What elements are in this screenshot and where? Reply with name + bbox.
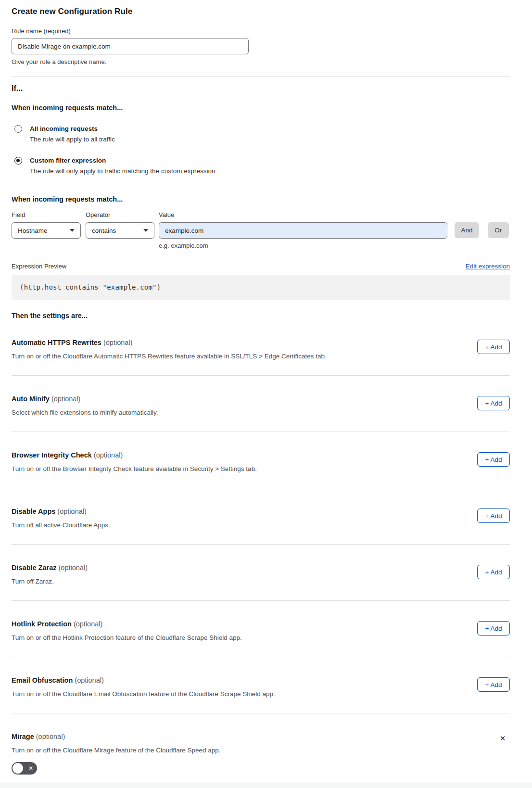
add-setting-button[interactable]: + Add: [477, 565, 510, 579]
value-label: Value: [159, 211, 447, 219]
field-label: Field: [12, 211, 81, 219]
expression-builder-heading: When incoming requests match...: [12, 195, 510, 203]
rule-name-input[interactable]: [12, 38, 249, 54]
or-button[interactable]: Or: [488, 222, 509, 238]
rule-name-helper: Give your rule a descriptive name.: [12, 58, 510, 65]
add-setting-button[interactable]: + Add: [477, 508, 510, 523]
divider: [12, 600, 510, 601]
divider: [12, 544, 510, 545]
radio-all-incoming-requests[interactable]: All incoming requests The rule will appl…: [12, 125, 510, 143]
radio-label: Custom filter expression: [30, 156, 215, 165]
field-select[interactable]: Hostname: [12, 222, 81, 239]
add-setting-button[interactable]: + Add: [477, 621, 510, 635]
setting-title: Browser Integrity Check (optional): [12, 450, 257, 460]
radio-unselected-icon[interactable]: [14, 125, 22, 133]
setting-description: Turn on or off the Cloudflare Mirage fea…: [12, 746, 221, 755]
setting-description: Turn on or off the Cloudflare Email Obfu…: [12, 690, 275, 699]
value-hint: e.g. example.com: [159, 242, 447, 249]
expression-preview-label: Expression Preview: [12, 263, 66, 270]
radio-custom-filter-expression[interactable]: Custom filter expression The rule will o…: [12, 156, 510, 175]
setting-title: Disable Apps (optional): [12, 507, 110, 516]
setting-description: Turn off Zaraz.: [12, 577, 88, 586]
setting-description: Turn off all active Cloudflare Apps.: [12, 521, 110, 530]
setting-title: Hotlink Protection (optional): [12, 619, 242, 629]
divider: [12, 488, 510, 488]
add-setting-button[interactable]: + Add: [477, 677, 510, 692]
footer-strip: [0, 782, 532, 788]
setting-title: Auto Minify (optional): [12, 394, 158, 404]
field-select-value: Hostname: [18, 227, 48, 234]
expression-preview-row: Expression Preview Edit expression: [12, 263, 510, 270]
if-heading: If...: [12, 84, 510, 93]
optional-suffix: (optional): [103, 339, 132, 346]
add-setting-button[interactable]: + Add: [477, 340, 510, 354]
add-setting-button[interactable]: + Add: [477, 452, 510, 467]
chevron-down-icon: [143, 229, 148, 232]
setting-section-mirage: Mirage (optional) Turn on or off the Clo…: [12, 723, 510, 776]
setting-title: Mirage (optional): [12, 732, 221, 741]
value-input[interactable]: [159, 222, 447, 239]
rule-name-label: Rule name (required): [12, 27, 510, 35]
setting-description: Turn on or off the Cloudflare Automatic …: [12, 352, 327, 361]
settings-list: Automatic HTTPS Rewrites (optional) Turn…: [12, 329, 510, 713]
optional-suffix: (optional): [75, 676, 103, 684]
optional-suffix: (optional): [36, 733, 65, 740]
create-configuration-rule-page: Create new Configuration Rule Rule name …: [0, 0, 532, 776]
setting-section-browser-integrity-check: Browser Integrity Check (optional) Turn …: [12, 442, 510, 488]
operator-select[interactable]: contains: [86, 222, 154, 239]
page-title: Create new Configuration Rule: [12, 7, 510, 16]
operator-label: Operator: [86, 211, 154, 219]
radio-label: All incoming requests: [30, 125, 115, 133]
setting-section-auto-minify: Auto Minify (optional) Select which file…: [12, 385, 510, 432]
setting-description: Turn on or off the Browser Integrity Che…: [12, 465, 257, 473]
divider: [12, 375, 510, 376]
setting-section-automatic-https-rewrites: Automatic HTTPS Rewrites (optional) Turn…: [12, 329, 510, 376]
chevron-down-icon: [70, 229, 75, 232]
edit-expression-link[interactable]: Edit expression: [466, 263, 510, 270]
radio-description: The rule will only apply to traffic matc…: [30, 167, 215, 175]
toggle-off-x-icon: ✕: [28, 765, 33, 771]
setting-title: Email Obfuscation (optional): [12, 675, 275, 685]
then-settings-heading: Then the settings are...: [12, 312, 510, 319]
optional-suffix: (optional): [57, 508, 86, 515]
match-type-heading: When incoming requests match...: [12, 104, 510, 112]
divider: [12, 713, 510, 713]
optional-suffix: (optional): [94, 451, 123, 459]
divider: [12, 432, 510, 432]
divider: [12, 657, 510, 657]
setting-title: Automatic HTTPS Rewrites (optional): [12, 338, 327, 347]
optional-suffix: (optional): [74, 620, 102, 628]
setting-section-disable-zaraz: Disable Zaraz (optional) Turn off Zaraz.…: [12, 554, 510, 601]
setting-section-email-obfuscation: Email Obfuscation (optional) Turn on or …: [12, 667, 510, 713]
radio-selected-icon[interactable]: [14, 157, 22, 165]
expression-preview-code: (http.host contains "example.com"): [12, 275, 510, 300]
operator-select-value: contains: [92, 227, 116, 234]
expression-builder-row: Field Hostname Operator contains Value e…: [12, 211, 510, 249]
close-icon[interactable]: ✕: [495, 734, 510, 743]
setting-section-hotlink-protection: Hotlink Protection (optional) Turn on or…: [12, 610, 510, 657]
setting-section-disable-apps: Disable Apps (optional) Turn off all act…: [12, 498, 510, 545]
and-button[interactable]: And: [455, 222, 479, 238]
optional-suffix: (optional): [51, 395, 80, 403]
radio-description: The rule will apply to all traffic: [30, 135, 115, 143]
add-setting-button[interactable]: + Add: [477, 396, 510, 410]
setting-description: Turn on or off the Hotlink Protection fe…: [12, 634, 242, 642]
setting-title: Disable Zaraz (optional): [12, 563, 88, 572]
toggle-knob: [13, 763, 23, 774]
optional-suffix: (optional): [59, 564, 88, 572]
mirage-toggle-off[interactable]: ✕: [12, 762, 37, 775]
setting-description: Select which file extensions to minify a…: [12, 408, 158, 417]
divider: [12, 76, 510, 76]
